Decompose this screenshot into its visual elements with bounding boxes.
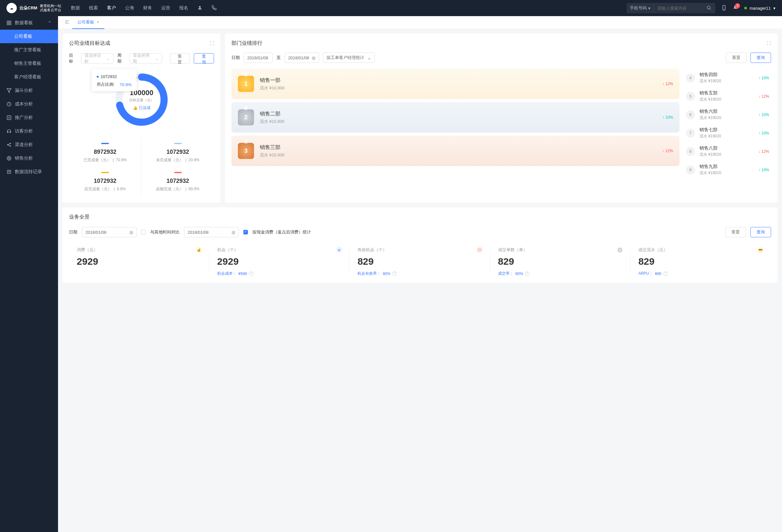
goal-panel: 公司业绩目标达成 ⛶ 目标 请选择目标⌄ 周期 请选择周期⌄ 重置 [63,34,220,203]
rank-row[interactable]: 6 销售六部 流水 ¥19020 ↑ 10% [684,105,771,124]
ranking-panel: 部门业绩排行 ⛶ 日期 2018/01/08 至 2018/01/08 ▦ [225,34,778,203]
user-menu[interactable]: manager11 ▾ [744,6,776,11]
date-to-input[interactable]: 2018/01/08 ▦ [285,52,319,63]
help-icon[interactable]: ? [663,272,668,276]
rank-num: 6 [686,110,695,119]
sidebar-item-manager-board[interactable]: 客户经理看板 [0,70,58,84]
nav-customers[interactable]: 客户 [107,5,116,11]
sidebar-item-sales-board[interactable]: 销售主管看板 [0,57,58,70]
kpi-sub: 机会有效率：80%? [357,271,483,276]
kpi-value: 829 [638,256,763,267]
thumbsup-icon: 👍 [133,106,138,110]
kpi-sub: 成交率：80%? [498,271,623,276]
sidebar-item-flow[interactable]: 数据流转记录 [0,165,58,179]
topnav: ☁ 云朵CRM 教育机构一站 式服务云平台 数据 线索 客户 公海 财务 运营 … [0,0,782,16]
rank-row-sub: 流水 ¥19020 [700,170,754,176]
logo[interactable]: ☁ 云朵CRM 教育机构一站 式服务云平台 [6,3,61,13]
kpi-label: 成交单数（单） [498,247,527,253]
mobile-icon[interactable] [721,5,727,11]
kpi-card: 机会（个） ➤ 2929 机会成本：¥948? [210,247,350,276]
nav-finance[interactable]: 财务 [143,5,152,11]
date-from-input[interactable]: 2018/01/08 [244,52,273,63]
rank-row-pct: ↑ 10% [758,112,769,117]
search-type-select[interactable]: 手机号码 ▾ [627,3,654,13]
overview-panel: 业务全景 日期 2018/01/08 ▦ 与其他时间对比 2018/01/08 … [63,207,778,283]
rank-row[interactable]: 9 销售九部 流水 ¥19020 ↑ 10% [684,161,771,179]
kpi-card: 有效机会（个） 🛡 829 机会有效率：80%? [350,247,490,276]
ranking-reset-button[interactable]: 重置 [726,52,747,63]
rank-row-name: 销售六部 [700,109,754,114]
kpi-label: 消费（元） [77,247,98,253]
donut-label: 目标总量（元） [129,98,154,103]
overview-date1-input[interactable]: 2018/01/08 ▦ [82,227,137,237]
rank-row-name: 销售七部 [700,127,754,133]
sidebar-item-promo-board[interactable]: 推广主管看板 [0,43,58,57]
nav-phone-icon[interactable] [211,5,217,11]
rank-row[interactable]: 4 销售四部 流水 ¥19020 ↑ 10% [684,69,771,87]
sidebar-item-company-board[interactable]: 公司看板 [0,30,58,43]
rank-row-name: 销售五部 [700,90,754,96]
sidebar-item-promo[interactable]: 推广分析 [0,111,58,125]
overview-date2-input[interactable]: 2018/01/08 ▦ [184,227,239,237]
sidebar-item-sales[interactable]: 销售分析 [0,151,58,165]
sidebar-item-channel[interactable]: 渠道分析 [0,138,58,151]
sidebar-item-visitor[interactable]: 访客分析 [0,125,58,138]
help-icon[interactable]: ? [392,272,397,276]
rank-num: 8 [686,147,695,156]
overview-query-button[interactable]: 查询 [750,227,771,237]
rank-pct: ↑ 10% [663,115,673,119]
mode-select[interactable]: 按工单客户经理统计⌄ [323,52,375,63]
ranking-query-button[interactable]: 查询 [750,52,771,63]
rank-row-pct: ↑ 10% [758,168,769,172]
date-label: 日期 [232,55,240,61]
rank-row[interactable]: 7 销售七部 流水 ¥19020 ↑ 10% [684,124,771,142]
nav-person-icon[interactable] [197,5,203,11]
goal-query-button[interactable]: 查询 [194,53,214,64]
cash-checkbox[interactable] [243,230,248,235]
rank-row[interactable]: 8 销售八部 流水 ¥19020 ↓ 12% [684,142,771,161]
rank-name: 销售三部 [260,144,656,151]
username: manager11 [749,6,771,11]
compare-checkbox[interactable] [141,230,146,235]
rank-card[interactable]: 2 销售二部 流水 ¥10,900 ↑ 10% [232,102,679,133]
logo-sub: 教育机构一站 式服务云平台 [40,4,61,12]
bell-icon[interactable]: 5 [733,5,739,11]
search-input[interactable] [654,6,702,11]
rank-num: 7 [686,129,695,138]
goal-reset-button[interactable]: 重置 [170,53,190,64]
expand-icon[interactable]: ⛶ [767,41,771,46]
expand-icon[interactable]: ⛶ [210,41,214,46]
nav-signup[interactable]: 报名 [179,5,188,11]
donut-tooltip: 1072932 所占比例: 70.9% [92,69,137,91]
collapse-button[interactable] [62,19,72,26]
kpi-icon: 🛡 [477,247,483,253]
stat-completed: 8972932 已完成量（元） | 70.9% [69,138,142,167]
rank-card[interactable]: 3 销售三部 流水 ¥10,900 ↓ 12% [232,136,679,166]
nav-public[interactable]: 公海 [125,5,134,11]
dashboard-icon [6,20,11,26]
tab-close-icon[interactable]: × [97,20,99,25]
help-icon[interactable]: ? [525,272,530,276]
chevron-up-icon: ⌃ [48,20,51,26]
tab-company-board[interactable]: 公司看板 × [72,16,104,29]
nav-leads[interactable]: 线索 [89,5,98,11]
nav-data[interactable]: 数据 [71,5,80,11]
rank-card[interactable]: 1 销售一部 流水 ¥10,900 ↓ 12% [232,69,679,99]
help-icon[interactable]: ? [249,272,253,276]
kpi-icon: 📋 [617,247,623,253]
rank-sub: 流水 ¥10,900 [260,152,656,158]
sidebar-item-funnel[interactable]: 漏斗分析 [0,84,58,97]
overview-date-label: 日期 [69,229,77,235]
overview-reset-button[interactable]: 重置 [725,227,746,237]
search-button[interactable] [702,5,715,11]
medal-icon: 2 [238,109,254,126]
nav-operations[interactable]: 运营 [161,5,170,11]
svg-line-2 [710,9,711,10]
sidebar-item-dashboard[interactable]: 数据看板 ⌃ [0,16,58,30]
period-select[interactable]: 请选择周期⌄ [129,53,162,64]
kpi-card: 消费（元） 💰 2929 [69,247,210,276]
rank-sub: 流水 ¥10,900 [260,85,656,91]
sidebar-item-cost[interactable]: 成本分析 [0,97,58,111]
target-select[interactable]: 请选择目标⌄ [81,53,114,64]
rank-row[interactable]: 5 销售五部 流水 ¥19020 ↓ 12% [684,87,771,105]
